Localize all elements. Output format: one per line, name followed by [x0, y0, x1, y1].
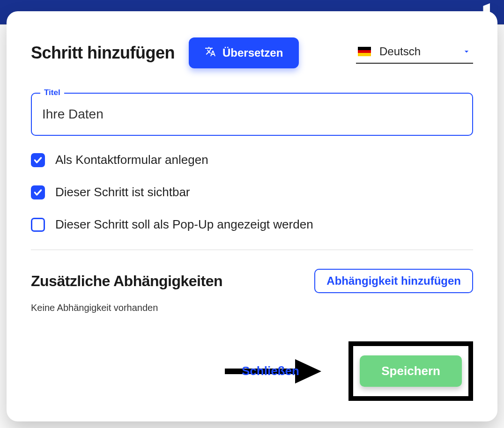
dependencies-header: Zusätzliche Abhängigkeiten Abhängigkeit …	[31, 269, 473, 293]
checkbox-visible-label: Dieser Schritt ist sichtbar	[55, 185, 190, 199]
checkbox-popup-box[interactable]	[31, 218, 45, 232]
title-input[interactable]	[42, 98, 462, 130]
checkbox-contact-form-label: Als Kontaktformular anlegen	[55, 153, 208, 167]
translate-icon	[205, 46, 216, 60]
flag-de-icon	[358, 47, 371, 56]
checkbox-contact-form-box[interactable]	[31, 153, 45, 167]
dependencies-empty-text: Keine Abhängigkeit vorhanden	[31, 303, 473, 313]
checkbox-contact-form: Als Kontaktformular anlegen	[31, 153, 473, 167]
modal-footer: Schließen Speichern	[31, 341, 473, 401]
translate-button[interactable]: Übersetzen	[189, 37, 299, 68]
title-field: Titel	[31, 93, 473, 136]
modal-header: Schritt hinzufügen Übersetzen Deutsch	[31, 37, 473, 68]
checkbox-popup-label: Dieser Schritt soll als Pop-Up angezeigt…	[55, 217, 313, 232]
language-select[interactable]: Deutsch	[356, 42, 473, 64]
add-dependency-button[interactable]: Abhängigkeit hinzufügen	[314, 269, 473, 293]
add-step-modal: Schritt hinzufügen Übersetzen Deutsch Ti…	[7, 11, 497, 421]
checkbox-popup: Dieser Schritt soll als Pop-Up angezeigt…	[31, 217, 473, 232]
language-label: Deutsch	[379, 45, 421, 58]
modal-title: Schritt hinzufügen	[31, 43, 175, 63]
title-field-legend: Titel	[40, 88, 64, 97]
save-button[interactable]: Speichern	[360, 355, 462, 387]
chevron-down-icon	[462, 47, 471, 56]
close-button[interactable]: Schließen	[232, 357, 309, 385]
checkbox-visible: Dieser Schritt ist sichtbar	[31, 185, 473, 199]
translate-button-label: Übersetzen	[222, 46, 283, 59]
divider	[31, 250, 473, 250]
checkbox-visible-box[interactable]	[31, 185, 45, 199]
dependencies-title: Zusätzliche Abhängigkeiten	[31, 273, 222, 290]
annotation-highlight-frame: Speichern	[348, 341, 473, 401]
